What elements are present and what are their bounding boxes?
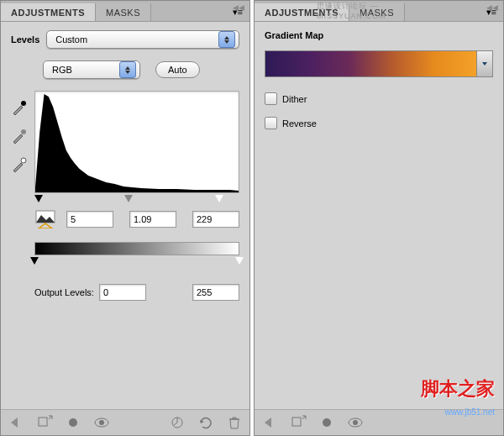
output-white-input[interactable]: [192, 284, 239, 301]
chevron-updown-icon: [218, 31, 235, 48]
black-input[interactable]: [66, 211, 113, 228]
expand-icon[interactable]: [36, 415, 53, 430]
output-black-slider[interactable]: [30, 257, 39, 265]
levels-title: Levels: [11, 34, 39, 45]
previous-state-icon[interactable]: [169, 415, 186, 430]
output-label: Output Levels:: [34, 287, 94, 297]
collapse-icon[interactable]: ◀◀: [486, 3, 498, 12]
gradient-preview: [265, 51, 476, 76]
dither-label: Dither: [282, 94, 307, 104]
white-eyedropper-icon[interactable]: [11, 156, 28, 173]
histogram-chart: [34, 91, 239, 193]
svg-point-0: [21, 101, 26, 106]
output-white-slider[interactable]: [235, 257, 244, 265]
black-point-slider[interactable]: [34, 195, 43, 202]
visibility-eye-icon[interactable]: [347, 415, 364, 430]
watermark-text: 脚本之家: [421, 376, 495, 402]
trash-icon[interactable]: [226, 415, 243, 430]
svg-point-1: [21, 129, 26, 134]
gradient-dropdown-icon[interactable]: [476, 51, 492, 76]
gradient-map-panel: ◀◀ 思缘设计论坛 — MISSYUAN.COM ADJUSTMENTS MAS…: [254, 0, 504, 436]
channel-dropdown[interactable]: RGB: [43, 60, 140, 79]
svg-rect-4: [39, 418, 47, 426]
reverse-checkbox[interactable]: [265, 117, 277, 129]
reverse-label: Reverse: [282, 118, 317, 129]
gray-eyedropper-icon[interactable]: [11, 128, 28, 144]
svg-point-5: [69, 418, 77, 427]
gamma-slider[interactable]: [124, 195, 133, 202]
top-watermark: 思缘设计论坛 — MISSYUAN.COM: [317, 1, 441, 20]
white-input[interactable]: [192, 211, 239, 228]
svg-point-12: [353, 420, 358, 425]
back-arrow-icon[interactable]: [8, 415, 24, 430]
dither-checkbox[interactable]: [265, 92, 277, 105]
output-gradient: [34, 242, 239, 255]
svg-rect-9: [292, 418, 301, 426]
clip-warning-icon[interactable]: [34, 210, 56, 229]
layer-dot-icon[interactable]: [65, 415, 81, 430]
levels-panel: ◀◀ ADJUSTMENTS MASKS ▾≡ Levels Custom RG…: [0, 0, 250, 436]
tab-bar: ADJUSTMENTS MASKS ▾≡: [1, 1, 249, 22]
auto-button[interactable]: Auto: [155, 61, 200, 78]
chevron-updown-icon: [119, 61, 136, 78]
svg-point-10: [323, 418, 331, 427]
collapse-icon[interactable]: ◀◀: [233, 3, 244, 12]
white-point-slider[interactable]: [215, 195, 223, 202]
preset-dropdown[interactable]: Custom: [46, 30, 239, 49]
svg-point-7: [99, 420, 104, 425]
gradient-map-title: Gradient Map: [265, 30, 493, 40]
tab-masks[interactable]: MASKS: [96, 3, 151, 21]
output-slider-track[interactable]: [34, 257, 239, 269]
watermark-url: www.jb51.net: [445, 407, 495, 417]
gradient-picker[interactable]: [265, 50, 493, 77]
channel-value: RGB: [52, 65, 72, 75]
preset-value: Custom: [55, 34, 87, 45]
back-arrow-icon[interactable]: [261, 415, 278, 430]
panel-footer: [1, 409, 249, 435]
output-black-input[interactable]: [99, 284, 146, 301]
input-slider-track[interactable]: [34, 195, 239, 207]
tab-adjustments[interactable]: ADJUSTMENTS: [1, 3, 96, 21]
reset-icon[interactable]: [197, 415, 214, 430]
expand-icon[interactable]: [290, 415, 307, 430]
black-eyedropper-icon[interactable]: [11, 99, 28, 116]
svg-point-2: [21, 158, 26, 163]
visibility-eye-icon[interactable]: [93, 415, 110, 430]
layer-dot-icon[interactable]: [318, 415, 335, 430]
gamma-input[interactable]: [129, 211, 176, 228]
